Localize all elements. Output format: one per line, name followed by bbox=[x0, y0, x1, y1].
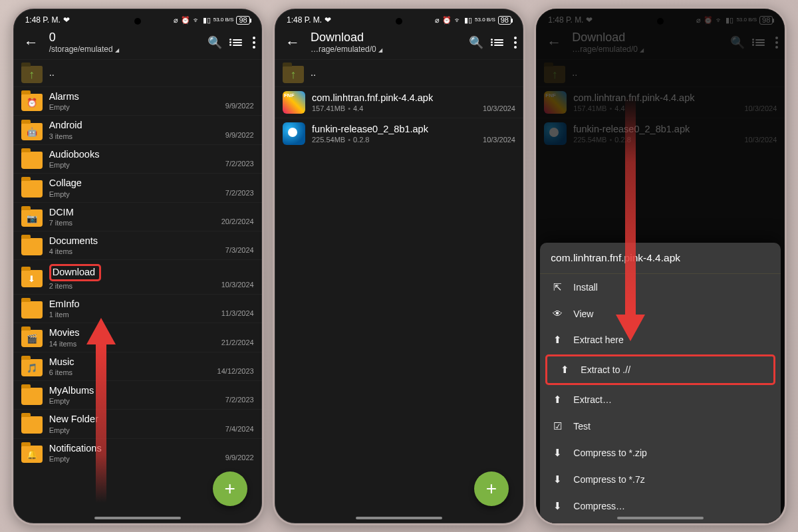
status-time: 1:48 P. M. bbox=[287, 15, 322, 25]
file-meta: 225.54MB•0.2.8 bbox=[312, 136, 476, 144]
annotation-highlight: Download bbox=[49, 264, 102, 281]
context-menu-label: Install bbox=[573, 282, 598, 293]
list-item[interactable]: Collage Empty 7/2/2023 bbox=[13, 173, 262, 201]
toolbar-path[interactable]: …rage/emulated/0◢ bbox=[311, 45, 462, 54]
back-button[interactable]: ← bbox=[281, 31, 304, 54]
folder-name: Notifications bbox=[49, 443, 219, 454]
folder-date: 20/2/2024 bbox=[221, 217, 254, 227]
folder-date: 10/3/2024 bbox=[221, 281, 254, 290]
folder-meta: Empty bbox=[49, 455, 219, 463]
folder-icon bbox=[21, 180, 43, 198]
folder-meta: 4 items bbox=[49, 247, 219, 255]
list-item[interactable]: 🎬 Movies 14 items 21/2/2024 bbox=[13, 323, 262, 351]
folder-date: 7/2/2023 bbox=[225, 189, 254, 198]
folder-meta: Empty bbox=[49, 190, 219, 198]
folder-name: DCIM bbox=[49, 207, 215, 218]
folder-name: EmInfo bbox=[49, 299, 215, 310]
list-item[interactable]: Audiobooks Empty 7/2/2023 bbox=[13, 144, 262, 173]
context-menu-label: Compress to *.7z bbox=[573, 474, 644, 485]
file-list: ↑ .. ⏰ Alarms Empty 9/9/2022 🤖 Android 3… bbox=[13, 59, 262, 467]
context-menu-item[interactable]: ⇱ Install bbox=[540, 274, 781, 301]
folder-icon: 🎬 bbox=[21, 330, 43, 347]
sheet-title: com.linhtran.fnf.pink-4.4.apk bbox=[540, 243, 781, 274]
file-date: 10/3/2024 bbox=[483, 104, 515, 114]
list-item[interactable]: MyAlbums Empty 7/2/2023 bbox=[13, 380, 262, 409]
folder-name: Music bbox=[49, 356, 211, 368]
folder-meta: Empty bbox=[49, 397, 219, 405]
alarm-icon: ⏰ bbox=[181, 16, 190, 25]
list-item-up[interactable]: ↑ .. bbox=[275, 59, 523, 86]
context-menu-item[interactable]: ⬇ Compress to *.7z bbox=[540, 466, 781, 493]
fab-add-button[interactable]: + bbox=[474, 471, 509, 506]
list-item[interactable]: 🤖 Android 3 items 9/9/2022 bbox=[13, 115, 262, 144]
heart-icon: ❤ bbox=[325, 15, 331, 25]
i-view-icon: 👁 bbox=[551, 308, 564, 319]
list-item[interactable]: 📷 DCIM 7 items 20/2/2024 bbox=[13, 202, 262, 231]
status-time: 1:48 P. M. bbox=[25, 15, 61, 25]
i-down-icon: ⬇ bbox=[551, 473, 564, 485]
wifi-icon: ᯤ bbox=[193, 16, 200, 24]
folder-name: Alarms bbox=[49, 91, 219, 102]
list-item-up[interactable]: ↑ .. bbox=[13, 59, 262, 86]
folder-name: Documents bbox=[49, 235, 219, 247]
context-menu-item[interactable]: ⬆ Extract… bbox=[540, 386, 781, 413]
i-test-icon: ☑ bbox=[551, 420, 564, 432]
folder-date: 9/9/2022 bbox=[225, 131, 254, 140]
list-item[interactable]: com.linhtran.fnf.pink-4.4.apk 157.41MB•4… bbox=[275, 86, 523, 118]
view-mode-button[interactable] bbox=[233, 39, 242, 46]
view-mode-button[interactable] bbox=[494, 39, 503, 46]
list-item[interactable]: New Folder Empty 7/4/2024 bbox=[13, 409, 262, 438]
context-menu-label: Compress to *.zip bbox=[573, 448, 646, 458]
folder-name: Android bbox=[49, 120, 219, 131]
list-item[interactable]: 🎵 Music 6 items 14/12/2023 bbox=[13, 352, 262, 380]
list-item[interactable]: funkin-release0_2_8b1.apk 225.54MB•0.2.8… bbox=[275, 118, 523, 149]
folder-meta: 3 items bbox=[49, 132, 219, 140]
folder-date: 11/3/2024 bbox=[221, 309, 254, 319]
folder-name: Audiobooks bbox=[49, 149, 219, 160]
overflow-menu-button[interactable] bbox=[253, 37, 255, 49]
list-item[interactable]: EmInfo 1 item 11/3/2024 bbox=[13, 294, 262, 323]
context-menu-item[interactable]: ⬇ Compress to *.zip bbox=[540, 440, 781, 466]
i-up-icon: ⬆ bbox=[551, 394, 564, 406]
toolbar-title: Download bbox=[311, 31, 462, 45]
list-item[interactable]: ⏰ Alarms Empty 9/9/2022 bbox=[13, 86, 262, 115]
apk-icon bbox=[283, 122, 305, 145]
wifi-icon: ᯤ bbox=[454, 16, 462, 24]
folder-date: 7/3/2024 bbox=[225, 246, 254, 255]
folder-date: 7/4/2024 bbox=[225, 425, 254, 434]
signal-icon: ▮▯ bbox=[203, 16, 211, 25]
overflow-menu-button[interactable] bbox=[514, 37, 517, 49]
context-menu-item[interactable]: ⬆ Extract to .// bbox=[545, 354, 775, 385]
folder-icon: ⏰ bbox=[21, 94, 43, 111]
context-menu-item[interactable]: ☑ Test bbox=[540, 413, 781, 440]
list-item[interactable]: Documents 4 items 7/3/2024 bbox=[13, 231, 262, 259]
folder-name: Download bbox=[53, 267, 96, 278]
context-menu-item[interactable]: ⬇ Compress… bbox=[540, 493, 781, 519]
folder-date: 14/12/2023 bbox=[217, 367, 254, 376]
context-menu-sheet: com.linhtran.fnf.pink-4.4.apk ⇱ Install👁… bbox=[540, 243, 781, 523]
context-menu-label: Extract… bbox=[573, 394, 612, 405]
net-speed: 53.0 B/S bbox=[213, 17, 234, 22]
search-icon[interactable]: 🔍 bbox=[207, 35, 222, 50]
alarm-dismiss-icon: ⌀ bbox=[435, 16, 440, 25]
folder-name: Collage bbox=[49, 178, 219, 189]
context-menu-item[interactable]: 👁 View bbox=[540, 301, 781, 327]
alarm-icon: ⏰ bbox=[442, 16, 452, 25]
folder-meta: 1 item bbox=[49, 311, 215, 319]
search-icon[interactable]: 🔍 bbox=[469, 35, 483, 50]
back-button[interactable]: ← bbox=[20, 31, 43, 54]
fab-add-button[interactable]: + bbox=[213, 471, 247, 506]
toolbar: ← 0 /storage/emulated◢ 🔍 bbox=[13, 29, 262, 59]
folder-meta: Empty bbox=[49, 103, 219, 111]
battery-icon: 98 bbox=[236, 16, 249, 25]
file-name: com.linhtran.fnf.pink-4.4.apk bbox=[312, 92, 476, 104]
context-menu-item[interactable]: ⬆ Extract here bbox=[540, 327, 781, 353]
folder-date: 7/2/2023 bbox=[225, 160, 254, 169]
toolbar-path[interactable]: /storage/emulated◢ bbox=[49, 45, 201, 54]
battery-icon: 98 bbox=[498, 16, 511, 25]
folder-icon bbox=[21, 416, 43, 434]
list-item[interactable]: ⬇ Download 2 items 10/3/2024 bbox=[13, 259, 262, 293]
folder-meta: 6 items bbox=[49, 368, 211, 376]
folder-meta: 2 items bbox=[49, 282, 215, 290]
list-item[interactable]: 🔔 Notifications Empty 9/9/2022 bbox=[13, 438, 262, 467]
